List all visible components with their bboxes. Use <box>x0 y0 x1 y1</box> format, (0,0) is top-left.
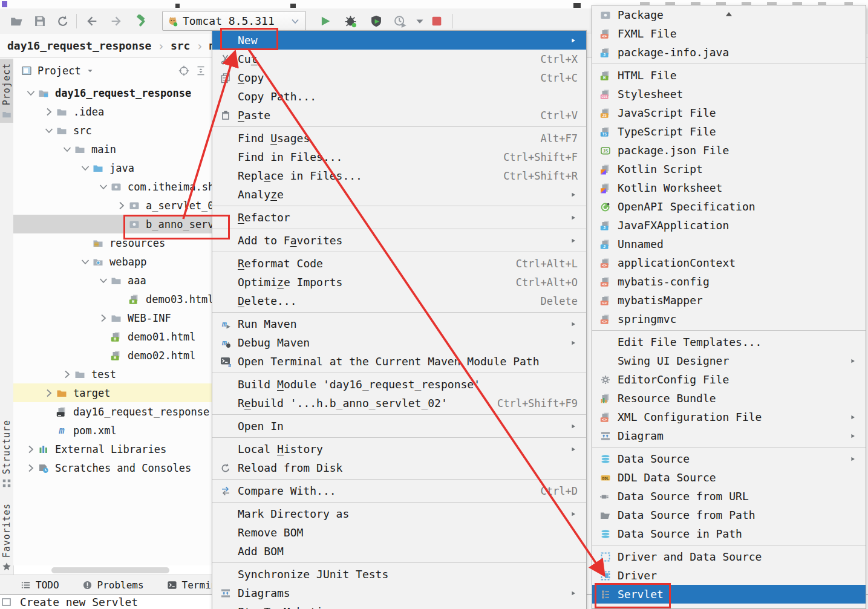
menu-item-find-usages[interactable]: Find UsagesAlt+F7 <box>212 129 586 148</box>
tree-item-target[interactable]: target <box>13 383 212 402</box>
menu-item-add-to-favorites[interactable]: Add to Favorites <box>212 231 586 250</box>
tree-item-webapp[interactable]: webapp <box>13 252 212 271</box>
menu-item-package-info-java[interactable]: Jpackage-info.java <box>592 43 866 62</box>
coverage-button[interactable] <box>368 13 385 30</box>
chevron-down-icon[interactable] <box>98 275 109 286</box>
tool-window-tab-favorites[interactable]: Favorites <box>0 500 13 575</box>
chevron-right-icon[interactable] <box>25 444 36 455</box>
menu-item-typescript-file[interactable]: TSTypeScript File <box>592 122 866 141</box>
menu-item-html-file[interactable]: HHTML File <box>592 66 866 85</box>
scroll-up-icon[interactable] <box>725 8 733 19</box>
tree-item-web-inf[interactable]: WEB-INF <box>13 308 212 327</box>
chevron-down-icon[interactable] <box>80 163 91 174</box>
menu-item-javafxapplication[interactable]: JJavaFXApplication <box>592 216 866 235</box>
menu-item-resource-bundle[interactable]: Resource Bundle <box>592 389 866 408</box>
tree-item-demo02-html[interactable]: Hdemo02.html <box>13 346 212 365</box>
tree-item-scratches-and-consoles[interactable]: Scratches and Consoles <box>13 458 212 477</box>
menu-item-javascript-file[interactable]: JSJavaScript File <box>592 103 866 122</box>
menu-item-openapi-specification[interactable]: OpenAPI Specification <box>592 197 866 216</box>
tree-item-pom-xml[interactable]: mpom.xml <box>13 421 212 440</box>
chevron-right-icon[interactable] <box>44 388 54 399</box>
menu-item-mybatis-config[interactable]: <>mybatis-config <box>592 272 866 291</box>
sync-button[interactable] <box>54 13 71 30</box>
tool-window-tab-project[interactable]: Project <box>0 59 13 123</box>
menu-item-add-bom[interactable]: Add BOM <box>212 542 586 561</box>
menu-item-build-module-day16-request-response[interactable]: Build Module 'day16_request_response' <box>212 375 586 394</box>
chevron-right-icon[interactable] <box>98 313 109 324</box>
tree-item-main[interactable]: main <box>13 140 212 158</box>
menu-item-run-maven[interactable]: mRun Maven <box>212 314 586 333</box>
tree-item-aaa[interactable]: aaa <box>13 271 212 290</box>
menu-item-replace-in-files[interactable]: Replace in Files...Ctrl+Shift+R <box>212 166 586 185</box>
menu-item-new[interactable]: New <box>212 31 586 50</box>
tree-item-demo01-html[interactable]: Hdemo01.html <box>13 327 212 346</box>
tree-item-idea[interactable]: .idea <box>13 102 212 121</box>
menu-item-diagrams[interactable]: Diagrams <box>212 584 586 602</box>
tree-item-src[interactable]: src <box>13 121 212 140</box>
back-arrow-button[interactable] <box>83 13 100 30</box>
menu-item-optimize-imports[interactable]: Optimize ImportsCtrl+Alt+O <box>212 273 586 291</box>
menu-item-mybatismapper[interactable]: <>mybatisMapper <box>592 291 866 310</box>
tree-item-test[interactable]: test <box>13 365 212 383</box>
tree-item-a-servlet-0[interactable]: a_servlet_0 <box>13 196 212 215</box>
menu-item-driver[interactable]: Driver <box>592 566 866 585</box>
menu-item-springmvc[interactable]: <>springmvc <box>592 310 866 328</box>
horizontal-scrollbar[interactable] <box>51 567 169 573</box>
menu-item-compare-with[interactable]: Compare With...Ctrl+D <box>212 481 586 500</box>
chevron-down-icon[interactable] <box>44 125 54 136</box>
tree-item-day16-request-response[interactable]: day16_request_response <box>13 402 212 421</box>
menu-item-data-source-in-path[interactable]: Data Source in Path <box>592 524 866 543</box>
build-hammer-button[interactable] <box>133 13 150 30</box>
chevron-right-icon[interactable] <box>62 369 73 380</box>
tree-item-b-anno-serv[interactable]: b_anno_serv <box>13 215 212 233</box>
menu-item-copy-path[interactable]: Copy Path... <box>212 87 586 106</box>
menu-item-xml-configuration-file[interactable]: <>XML Configuration File <box>592 408 866 426</box>
menu-item-open-terminal-at-the-current-maven-module-[interactable]: mOpen Terminal at the Current Maven Modu… <box>212 352 586 371</box>
menu-item-edit-file-templates[interactable]: Edit File Templates... <box>592 333 866 351</box>
menu-item-reformat-code[interactable]: Reformat CodeCtrl+Alt+L <box>212 254 586 273</box>
run-button[interactable] <box>317 13 334 30</box>
toolwindow-button-terminal[interactable]: Terminal <box>167 579 212 591</box>
tree-item-resources[interactable]: resources <box>13 233 212 252</box>
profiler-button[interactable] <box>392 13 409 30</box>
menu-item-open-in[interactable]: Open In <box>212 417 586 435</box>
chevron-right-icon[interactable] <box>25 463 36 474</box>
chevron-down-icon[interactable] <box>80 256 91 267</box>
open-folder-button[interactable] <box>8 13 25 30</box>
menu-item-find-in-files[interactable]: Find in Files...Ctrl+Shift+F <box>212 148 586 166</box>
chevron-down-icon[interactable] <box>98 181 109 192</box>
chevron-right-icon[interactable] <box>116 200 127 211</box>
locate-icon[interactable] <box>178 65 190 77</box>
tree-item-demo03-html[interactable]: Hdemo03.html <box>13 290 212 308</box>
menu-item-servlet[interactable]: Servlet <box>592 585 866 604</box>
run-configuration-select[interactable]: Tomcat 8.5.311 <box>162 11 306 31</box>
menu-item-data-source[interactable]: Data Source <box>592 449 866 468</box>
debug-button[interactable] <box>342 13 359 30</box>
menu-item-debug-maven[interactable]: mDebug Maven <box>212 333 586 352</box>
menu-item-diagram[interactable]: Diagram <box>592 426 866 445</box>
toolwindow-button-todo[interactable]: TODO <box>21 579 59 591</box>
menu-item-delete[interactable]: Delete...Delete <box>212 291 586 310</box>
menu-item-cut[interactable]: CutCtrl+X <box>212 50 586 68</box>
menu-item-driver-and-data-source[interactable]: Driver and Data Source <box>592 547 866 566</box>
menu-item-applicationcontext[interactable]: <>applicationContext <box>592 253 866 272</box>
chevron-down-icon[interactable] <box>86 65 94 77</box>
menu-item-unnamed[interactable]: JUnnamed <box>592 235 866 253</box>
forward-arrow-button[interactable] <box>108 13 125 30</box>
menu-item-reload-from-disk[interactable]: Reload from Disk <box>212 458 586 477</box>
tool-window-tab-structure[interactable]: Structure <box>0 416 13 492</box>
menu-item-fxml-file[interactable]: <>FXML File <box>592 24 866 43</box>
tree-item-day16-request-response[interactable]: day16_request_responseE <box>13 83 212 102</box>
menu-item-synchronize-junit-tests[interactable]: Synchronize JUnit Tests <box>212 565 586 584</box>
menu-item-data-source-from-url[interactable]: Data Source from URL <box>592 487 866 506</box>
tree-item-external-libraries[interactable]: External Libraries <box>13 440 212 458</box>
menu-item-kotlin-script[interactable]: Kotlin Script <box>592 160 866 178</box>
collapse-all-icon[interactable] <box>195 65 207 77</box>
menu-item-swing-ui-designer[interactable]: Swing UI Designer <box>592 351 866 370</box>
menu-item-remove-bom[interactable]: Remove BOM <box>212 523 586 542</box>
caret-down-button[interactable] <box>415 13 425 30</box>
menu-item-refactor[interactable]: Refactor <box>212 208 586 227</box>
chevron-down-icon[interactable] <box>62 144 73 155</box>
menu-item-stylesheet[interactable]: CSSStylesheet <box>592 85 866 103</box>
breadcrumb-item-src[interactable]: src <box>171 39 191 52</box>
